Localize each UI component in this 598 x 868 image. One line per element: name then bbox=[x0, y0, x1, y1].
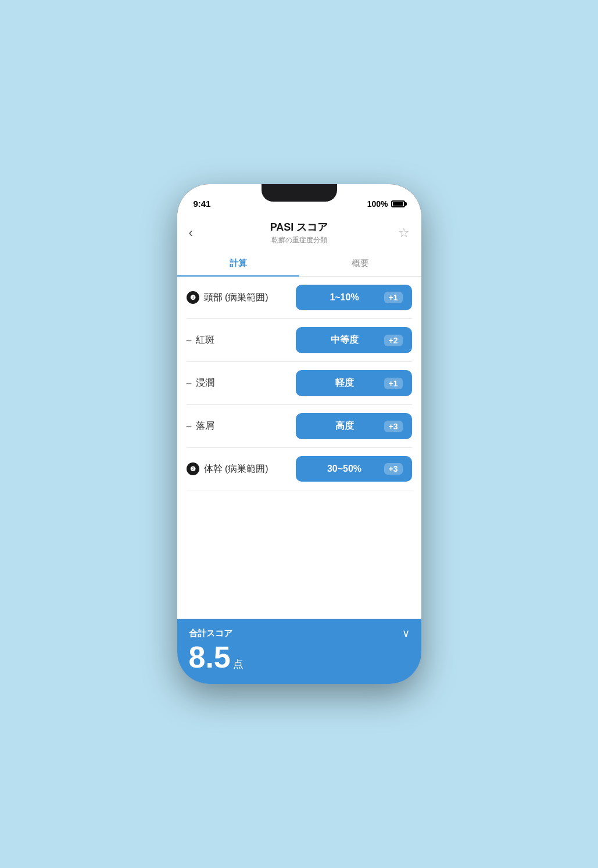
row-label-trunk-area: ❷ 体幹 (病巣範囲) bbox=[187, 462, 268, 475]
value-btn-trunk-area[interactable]: 30~50% +3 bbox=[296, 456, 412, 482]
plus-badge-infiltration: +1 bbox=[384, 378, 403, 389]
plus-badge-erythema: +2 bbox=[384, 335, 403, 346]
header-center: PASI スコア 乾癬の重症度分類 bbox=[270, 220, 328, 245]
row-label-erythema: – 紅斑 bbox=[187, 334, 215, 346]
page-title: PASI スコア bbox=[270, 220, 328, 234]
score-number: 8.5 bbox=[189, 642, 231, 672]
list-item: ❷ 体幹 (病巣範囲) 30~50% +3 bbox=[187, 448, 412, 490]
value-btn-erythema[interactable]: 中等度 +2 bbox=[296, 327, 412, 353]
list-container: ❶ 頭部 (病巣範囲) 1~10% +1 – 紅斑 中等度 +2 bbox=[177, 277, 421, 619]
list-item: – 紅斑 中等度 +2 bbox=[187, 319, 412, 362]
header: ‹ PASI スコア 乾癬の重症度分類 ☆ bbox=[177, 213, 421, 245]
page-subtitle: 乾癬の重症度分類 bbox=[270, 235, 328, 245]
status-time: 9:41 bbox=[194, 199, 211, 209]
back-button[interactable]: ‹ bbox=[189, 225, 207, 241]
dash-erythema: – bbox=[187, 335, 192, 346]
battery-icon bbox=[391, 200, 405, 207]
label-trunk-area: 体幹 (病巣範囲) bbox=[204, 463, 268, 475]
app-content: ‹ PASI スコア 乾癬の重症度分類 ☆ 計算 概要 ❶ 頭部 (病巣範囲) … bbox=[177, 213, 421, 684]
list-item: – 浸潤 軽度 +1 bbox=[187, 362, 412, 405]
value-text-infiltration: 軽度 bbox=[305, 377, 384, 389]
score-bar[interactable]: 合計スコア ∨ 8.5 点 bbox=[177, 619, 421, 684]
score-bar-header: 合計スコア ∨ bbox=[189, 627, 410, 640]
dash-infiltration: – bbox=[187, 378, 192, 389]
value-btn-desquamation[interactable]: 高度 +3 bbox=[296, 413, 412, 439]
label-desquamation: 落屑 bbox=[196, 420, 214, 432]
num-badge-2: ❷ bbox=[187, 462, 199, 475]
num-badge-1: ❶ bbox=[187, 291, 199, 304]
list-item: ❶ 頭部 (病巣範囲) 1~10% +1 bbox=[187, 277, 412, 319]
value-text-trunk-area: 30~50% bbox=[305, 464, 384, 474]
list-item: – 落屑 高度 +3 bbox=[187, 405, 412, 448]
chevron-down-icon[interactable]: ∨ bbox=[402, 627, 410, 640]
tabs: 計算 概要 bbox=[177, 251, 421, 277]
plus-badge-trunk-area: +3 bbox=[384, 463, 403, 475]
row-label-infiltration: – 浸潤 bbox=[187, 377, 215, 389]
phone-frame: 9:41 100% ‹ PASI スコア 乾癬の重症度分類 ☆ 計算 概要 bbox=[177, 184, 421, 684]
label-infiltration: 浸潤 bbox=[196, 377, 214, 389]
favorite-button[interactable]: ☆ bbox=[391, 225, 410, 241]
plus-badge-desquamation: +3 bbox=[384, 421, 403, 432]
score-unit: 点 bbox=[233, 657, 244, 671]
label-head-area: 頭部 (病巣範囲) bbox=[204, 292, 268, 304]
dash-desquamation: – bbox=[187, 421, 192, 432]
battery-percent: 100% bbox=[367, 199, 388, 209]
row-label-head-area: ❶ 頭部 (病巣範囲) bbox=[187, 291, 268, 304]
value-text-erythema: 中等度 bbox=[305, 334, 384, 346]
value-btn-infiltration[interactable]: 軽度 +1 bbox=[296, 370, 412, 396]
score-value-row: 8.5 点 bbox=[189, 642, 410, 672]
plus-badge-head-area: +1 bbox=[384, 292, 403, 303]
score-bar-label: 合計スコア bbox=[189, 628, 232, 639]
value-btn-head-area[interactable]: 1~10% +1 bbox=[296, 285, 412, 310]
tab-calc[interactable]: 計算 bbox=[177, 251, 299, 276]
notch bbox=[262, 184, 337, 202]
status-right: 100% bbox=[367, 199, 405, 209]
value-text-head-area: 1~10% bbox=[305, 292, 384, 303]
value-text-desquamation: 高度 bbox=[305, 420, 384, 432]
tab-overview[interactable]: 概要 bbox=[299, 251, 421, 276]
label-erythema: 紅斑 bbox=[196, 334, 214, 346]
row-label-desquamation: – 落屑 bbox=[187, 420, 215, 432]
